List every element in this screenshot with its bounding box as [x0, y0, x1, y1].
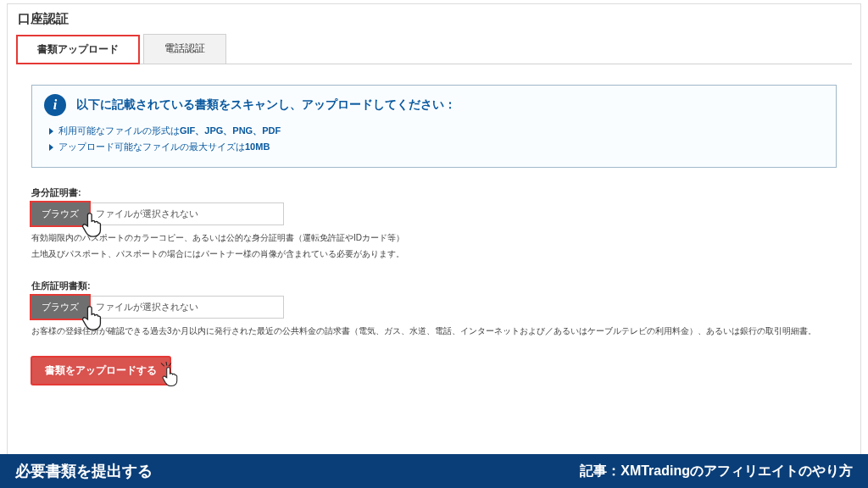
- tab-document-upload[interactable]: 書類アップロード: [16, 35, 140, 64]
- id-document-label: 身分証明書:: [31, 186, 837, 199]
- id-help-2: 土地及びパスポート、パスポートの場合にはパートナー様の肖像が含まれている必要があ…: [31, 247, 837, 261]
- info-formats-bold: GIF、JPG、PNG、PDF: [180, 125, 281, 136]
- tab-phone-verification[interactable]: 電話認証: [143, 34, 226, 64]
- info-size-pre: アップロード可能なファイルの最大サイズは: [58, 141, 245, 152]
- tabbar: 書類アップロード 電話認証: [16, 34, 852, 64]
- banner-left-text: 必要書類を提出する: [15, 461, 153, 481]
- info-size-bold: 10MB: [245, 141, 270, 152]
- info-title: 以下に記載されている書類をスキャンし、アップロードしてください：: [76, 97, 456, 113]
- account-verification-panel: 口座認証 書類アップロード 電話認証 i 以下に記載されている書類をスキャンし、…: [7, 3, 861, 461]
- banner-right-text: 記事：XMTradingのアフィリエイトのやり方: [580, 463, 853, 480]
- upload-submit-button[interactable]: 書類をアップロードする: [31, 357, 170, 385]
- footer-banner: 必要書類を提出する 記事：XMTradingのアフィリエイトのやり方: [0, 454, 868, 488]
- address-document-section: 住所証明書類: ブラウズ ファイルが選択されない お客様の登録住所が確認できる過…: [31, 280, 837, 338]
- bullet-icon: [49, 144, 53, 151]
- address-file-name: ファイルが選択されない: [89, 296, 284, 319]
- id-file-name: ファイルが選択されない: [89, 202, 284, 225]
- bullet-icon: [49, 128, 53, 135]
- info-formats: 利用可能なファイルの形式はGIF、JPG、PNG、PDF: [49, 125, 824, 137]
- id-document-section: 身分証明書: ブラウズ ファイルが選択されない 有効期限内のパスポートのカラーコ…: [31, 186, 837, 261]
- info-size: アップロード可能なファイルの最大サイズは10MB: [49, 141, 824, 153]
- address-help: お客様の登録住所が確認できる過去3か月以内に発行された最近の公共料金の請求書（電…: [31, 324, 837, 338]
- address-document-label: 住所証明書類:: [31, 280, 837, 292]
- info-icon: i: [44, 94, 66, 116]
- tab-content: i 以下に記載されている書類をスキャンし、アップロードしてください： 利用可能な…: [16, 64, 852, 385]
- address-browse-button[interactable]: ブラウズ: [31, 296, 89, 319]
- id-browse-button[interactable]: ブラウズ: [31, 202, 89, 225]
- info-box: i 以下に記載されている書類をスキャンし、アップロードしてください： 利用可能な…: [31, 85, 837, 168]
- info-formats-pre: 利用可能なファイルの形式は: [58, 125, 180, 136]
- page-title: 口座認証: [16, 9, 852, 34]
- id-help-1: 有効期限内のパスポートのカラーコピー、あるいは公的な身分証明書（運転免許証やID…: [31, 230, 837, 245]
- submit-row: 書類をアップロードする: [31, 357, 837, 385]
